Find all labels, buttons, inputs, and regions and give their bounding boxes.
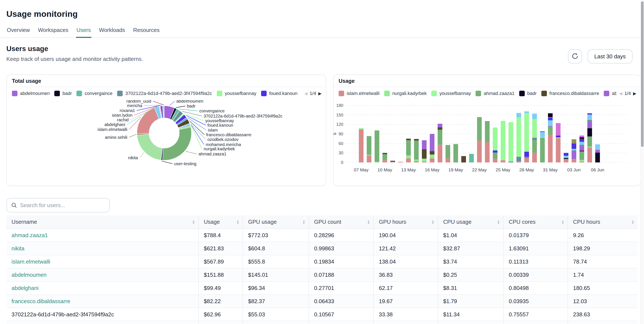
bar-segment[interactable] bbox=[516, 117, 521, 157]
bar-segment[interactable] bbox=[430, 155, 434, 158]
bar-segment[interactable] bbox=[587, 136, 592, 147]
username-link[interactable]: ahmad.zaaza1 bbox=[12, 232, 48, 238]
sort-icon[interactable]: ▲▼ bbox=[497, 220, 500, 224]
bar-segment[interactable] bbox=[595, 150, 600, 152]
bar-segment[interactable] bbox=[438, 127, 442, 130]
bar-segment[interactable] bbox=[367, 155, 372, 162]
refresh-button[interactable] bbox=[568, 49, 582, 63]
bar-segment[interactable] bbox=[572, 151, 576, 159]
bar-segment[interactable] bbox=[587, 114, 592, 120]
column-header-gpu-hours[interactable]: GPU hours▲▼ bbox=[374, 215, 438, 229]
bar-segment[interactable] bbox=[422, 159, 426, 161]
scrollbar-thumb[interactable] bbox=[641, 1, 644, 147]
bar-segment[interactable] bbox=[572, 150, 576, 151]
bar-segment[interactable] bbox=[548, 118, 553, 120]
bar-segment[interactable] bbox=[359, 128, 364, 129]
bar-segment[interactable] bbox=[374, 130, 379, 162]
tab-users[interactable]: Users bbox=[76, 24, 91, 38]
legend-prev-icon[interactable]: ◀ bbox=[304, 91, 308, 96]
bar-segment[interactable] bbox=[406, 140, 411, 155]
bar-segment[interactable] bbox=[501, 160, 505, 162]
bar-segment[interactable] bbox=[382, 153, 387, 154]
bar-segment[interactable] bbox=[564, 156, 568, 158]
tab-overview[interactable]: Overview bbox=[6, 24, 30, 38]
bar-segment[interactable] bbox=[382, 160, 387, 162]
bar-segment[interactable] bbox=[564, 159, 568, 162]
bar-segment[interactable] bbox=[501, 121, 505, 160]
bar-segment[interactable] bbox=[540, 132, 545, 137]
bar-segment[interactable] bbox=[493, 159, 498, 162]
bar-segment[interactable] bbox=[587, 113, 592, 114]
legend-item[interactable]: youssefbannay bbox=[217, 91, 256, 96]
username-link[interactable]: nikita bbox=[12, 245, 24, 252]
username-link[interactable]: abdelghani bbox=[12, 285, 38, 291]
legend-item[interactable]: convergaince bbox=[76, 91, 112, 96]
bar-segment[interactable] bbox=[572, 139, 576, 143]
bar-segment[interactable] bbox=[406, 158, 411, 162]
bar-segment[interactable] bbox=[532, 119, 537, 138]
bar-segment[interactable] bbox=[414, 140, 419, 159]
legend-item[interactable]: abdelmoumen bbox=[12, 91, 50, 96]
sort-icon[interactable]: ▲▼ bbox=[302, 220, 305, 224]
bar-segment[interactable] bbox=[438, 130, 442, 145]
legend-item[interactable]: badr bbox=[54, 91, 72, 96]
legend-item[interactable]: ahmad.zaaza1 bbox=[476, 91, 514, 96]
tab-workspaces[interactable]: Workspaces bbox=[38, 24, 69, 38]
bar-segment[interactable] bbox=[564, 158, 568, 159]
column-header-usage[interactable]: Usage▲▼ bbox=[198, 215, 243, 229]
bar-segment[interactable] bbox=[580, 145, 584, 146]
bar-segment[interactable] bbox=[532, 114, 537, 119]
bar-segment[interactable] bbox=[532, 153, 537, 162]
bar-segment[interactable] bbox=[438, 145, 442, 162]
bar-segment[interactable] bbox=[587, 120, 592, 122]
bar-segment[interactable] bbox=[477, 140, 482, 162]
sort-icon[interactable]: ▲▼ bbox=[432, 220, 434, 224]
bar-segment[interactable] bbox=[548, 117, 553, 118]
bar-segment[interactable] bbox=[406, 155, 411, 158]
bar-segment[interactable] bbox=[572, 149, 576, 150]
bar-segment[interactable] bbox=[422, 149, 426, 159]
column-header-cpu-hours[interactable]: CPU hours▲▼ bbox=[568, 215, 638, 229]
donut-segment[interactable] bbox=[164, 106, 164, 118]
legend-prev-icon[interactable]: ◀ bbox=[619, 91, 622, 96]
legend-item[interactable]: abdelmoumen bbox=[604, 91, 616, 96]
sort-icon[interactable]: ▲▼ bbox=[236, 220, 239, 224]
bar-segment[interactable] bbox=[461, 156, 466, 162]
bar-segment[interactable] bbox=[540, 138, 545, 162]
legend-next-icon[interactable]: ▶ bbox=[633, 91, 636, 96]
username-link[interactable]: islam.elmetwalli bbox=[12, 259, 50, 265]
column-header-gpu-usage[interactable]: GPU usage▲▼ bbox=[243, 215, 309, 229]
column-header-cpu-cores[interactable]: CPU cores▲▼ bbox=[504, 215, 568, 229]
search-input[interactable] bbox=[20, 202, 105, 209]
bar-segment[interactable] bbox=[406, 139, 411, 140]
bar-segment[interactable] bbox=[359, 129, 364, 162]
bar-segment[interactable] bbox=[524, 158, 529, 162]
bar-segment[interactable] bbox=[508, 162, 513, 162]
bar-segment[interactable] bbox=[580, 146, 584, 151]
bar-segment[interactable] bbox=[540, 137, 545, 138]
bar-segment[interactable] bbox=[580, 151, 584, 160]
bar-segment[interactable] bbox=[548, 135, 553, 162]
bar-segment[interactable] bbox=[367, 155, 372, 155]
bar-segment[interactable] bbox=[454, 144, 458, 162]
bar-segment[interactable] bbox=[446, 145, 450, 158]
legend-item[interactable]: badr bbox=[519, 91, 537, 96]
bar-segment[interactable] bbox=[414, 161, 419, 162]
bar-segment[interactable] bbox=[548, 126, 553, 127]
bar-segment[interactable] bbox=[374, 162, 379, 162]
bar-segment[interactable] bbox=[532, 140, 537, 153]
bar-segment[interactable] bbox=[564, 153, 568, 156]
bar-segment[interactable] bbox=[572, 143, 576, 149]
bar-segment[interactable] bbox=[485, 122, 490, 142]
bar-segment[interactable] bbox=[580, 160, 584, 161]
bar-segment[interactable] bbox=[430, 134, 434, 151]
legend-item[interactable]: foued.kanoun bbox=[261, 91, 298, 96]
bar-segment[interactable] bbox=[390, 161, 395, 162]
bar-segment[interactable] bbox=[580, 137, 584, 139]
legend-item[interactable]: youssefbannay bbox=[431, 91, 471, 96]
bar-segment[interactable] bbox=[580, 139, 584, 142]
bar-segment[interactable] bbox=[390, 162, 395, 162]
bar-segment[interactable] bbox=[430, 158, 434, 162]
sort-icon[interactable]: ▲▼ bbox=[192, 220, 195, 224]
column-header-gpu-count[interactable]: GPU count▲▼ bbox=[309, 215, 374, 229]
